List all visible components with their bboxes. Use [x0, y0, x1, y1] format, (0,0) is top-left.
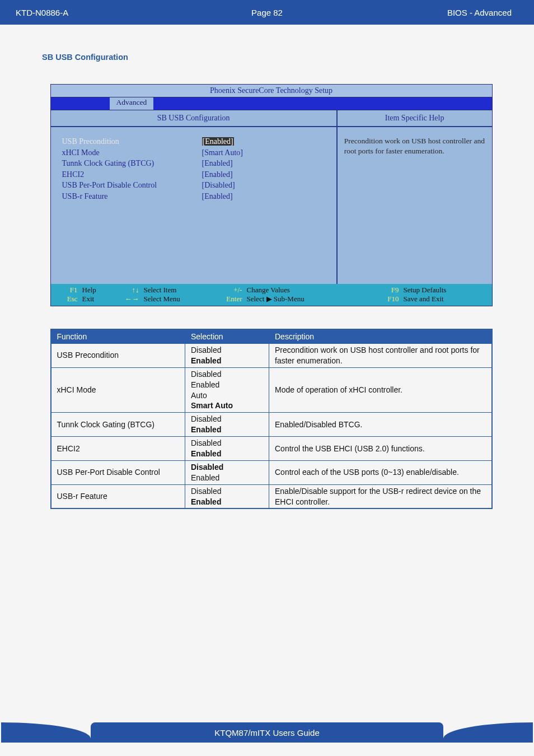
bios-key-action: Setup Defaults	[404, 286, 476, 295]
table-row: USB PreconditionDisabledEnabledPrecondit…	[51, 344, 492, 368]
cell-selection: DisabledEnabled	[185, 484, 269, 508]
bios-key-hint: ←→	[116, 295, 139, 304]
cell-selection: DisabledEnabled	[185, 344, 269, 368]
cell-function: EHCI2	[51, 437, 185, 461]
bios-item-value[interactable]: [Enabled]	[202, 136, 234, 147]
bios-item[interactable]: USB-r Feature[Enabled]	[62, 191, 325, 202]
bios-item[interactable]: EHCI2[Enabled]	[62, 169, 325, 180]
bios-key-hint: F1	[57, 286, 78, 295]
bios-item-label: EHCI2	[62, 169, 202, 180]
bios-key-hint: Esc	[57, 295, 78, 304]
bios-key-hint: F10	[335, 295, 399, 304]
cell-selection: DisabledEnabledAutoSmart Auto	[185, 367, 269, 413]
cell-function: xHCI Mode	[51, 367, 185, 413]
cell-description: Enabled/Disabled BTCG.	[269, 413, 492, 437]
cell-function: USB Per-Port Disable Control	[51, 460, 185, 484]
cell-description: Mode of operation of xHCI controller.	[269, 367, 492, 413]
bios-item-value[interactable]: [Enabled]	[202, 191, 233, 202]
bios-help-title: Item Specific Help	[338, 110, 492, 127]
cell-function: USB Precondition	[51, 344, 185, 368]
page-header: KTD-N0886-A Page 82 BIOS - Advanced	[0, 0, 534, 25]
description-table: Function Selection Description USB Preco…	[50, 329, 493, 509]
table-row: EHCI2DisabledEnabledControl the USB EHCI…	[51, 437, 492, 461]
header-section: BIOS - Advanced	[447, 8, 512, 17]
cell-description: Control each of the USB ports (0~13) ena…	[269, 460, 492, 484]
bios-key-action: Exit	[82, 295, 111, 304]
bios-key-action: Select ▶ Sub-Menu	[247, 295, 331, 304]
bios-item-value[interactable]: [Disabled]	[202, 180, 235, 191]
cell-description: Enable/Disable support for the USB-r red…	[269, 484, 492, 508]
bios-key-action: Select Menu	[144, 295, 205, 304]
bios-item-value[interactable]: [Enabled]	[202, 158, 233, 169]
bios-item-label: xHCI Mode	[62, 147, 202, 158]
bios-footer: F1Help↑↓Select Item+/-Change ValuesF9Set…	[51, 284, 492, 306]
bios-key-hint: +/-	[210, 286, 242, 295]
bios-item-value[interactable]: [Smart Auto]	[202, 147, 243, 158]
bios-tab-row: Advanced	[51, 97, 492, 110]
bios-key-hint: F9	[335, 286, 399, 295]
bios-item[interactable]: USB Per-Port Disable Control[Disabled]	[62, 180, 325, 191]
table-row: USB Per-Port Disable ControlDisabledEnab…	[51, 460, 492, 484]
bios-key-hint: ↑↓	[116, 286, 139, 295]
bios-key-hint: Enter	[210, 295, 242, 304]
bios-window: Phoenix SecureCore Technology Setup Adva…	[50, 84, 493, 306]
bios-item-label: USB Per-Port Disable Control	[62, 180, 202, 191]
bios-item[interactable]: USB Precondition[Enabled]	[62, 136, 325, 147]
page-footer: KTQM87/mITX Users Guide	[0, 722, 534, 743]
footer-text: KTQM87/mITX Users Guide	[214, 728, 320, 738]
bios-key-action: Change Values	[247, 286, 331, 295]
bios-panel-title: SB USB Configuration	[51, 110, 336, 127]
table-header-function: Function	[51, 329, 185, 344]
bios-key-action: Help	[82, 286, 111, 295]
page-number: Page 82	[251, 8, 283, 17]
cell-function: Tunnk Clock Gating (BTCG)	[51, 413, 185, 437]
bios-tab-advanced[interactable]: Advanced	[110, 97, 154, 110]
doc-id: KTD-N0886-A	[0, 8, 68, 17]
bios-item-label: Tunnk Clock Gating (BTCG)	[62, 158, 202, 169]
section-title: SB USB Configuration	[42, 53, 500, 62]
table-row: Tunnk Clock Gating (BTCG)DisabledEnabled…	[51, 413, 492, 437]
bios-help-body: Precondition work on USB host controller…	[338, 127, 492, 165]
bios-item-label: USB-r Feature	[62, 191, 202, 202]
bios-item[interactable]: Tunnk Clock Gating (BTCG)[Enabled]	[62, 158, 325, 169]
cell-description: Precondition work on USB host controller…	[269, 344, 492, 368]
bios-window-title: Phoenix SecureCore Technology Setup	[51, 85, 492, 97]
cell-function: USB-r Feature	[51, 484, 185, 508]
bios-key-action: Select Item	[144, 286, 205, 295]
table-row: USB-r FeatureDisabledEnabledEnable/Disab…	[51, 484, 492, 508]
bios-key-action: Save and Exit	[404, 295, 476, 304]
table-row: xHCI ModeDisabledEnabledAutoSmart AutoMo…	[51, 367, 492, 413]
bios-item-value[interactable]: [Enabled]	[202, 169, 233, 180]
table-header-description: Description	[269, 329, 492, 344]
bios-item-label: USB Precondition	[62, 136, 202, 147]
bios-item[interactable]: xHCI Mode[Smart Auto]	[62, 147, 325, 158]
cell-selection: DisabledEnabled	[185, 437, 269, 461]
cell-description: Control the USB EHCI (USB 2.0) functions…	[269, 437, 492, 461]
cell-selection: DisabledEnabled	[185, 413, 269, 437]
cell-selection: DisabledEnabled	[185, 460, 269, 484]
table-header-selection: Selection	[185, 329, 269, 344]
